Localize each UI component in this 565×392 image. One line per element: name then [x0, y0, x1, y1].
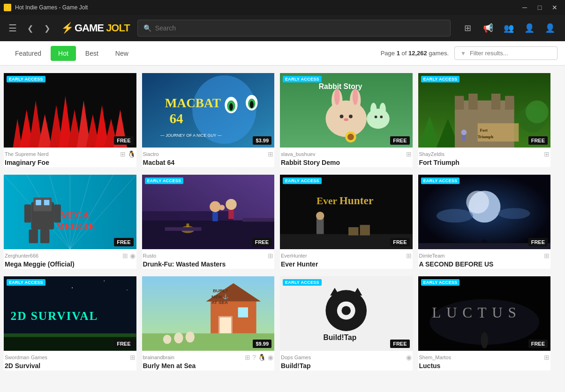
- speaker-icon-button[interactable]: 📢: [479, 19, 497, 37]
- game-title: Burly Men at Sea: [143, 362, 274, 370]
- price-badge: $3.99: [253, 136, 271, 145]
- svg-text:Hunter: Hunter: [339, 194, 374, 207]
- grid-icon-button[interactable]: ⊞: [458, 19, 477, 37]
- game-card-macbat-64[interactable]: MACBAT 64 — JOURNEY OF A NICE GUY — $3.9…: [142, 73, 275, 167]
- back-button[interactable]: ❮: [23, 21, 37, 36]
- game-card-drunk-fu[interactable]: Early Access FREE Rusto ⊞ Drunk-Fu: Wast…: [142, 175, 275, 269]
- svg-rect-90: [165, 227, 201, 231]
- game-title: Rabbit Story Demo: [281, 159, 412, 166]
- filter-input[interactable]: [470, 50, 551, 57]
- game-card-2d-survival[interactable]: 2D SURVIVAL Early Access FREE Swordman G…: [4, 276, 136, 370]
- game-card-buildtap[interactable]: Build!Tap Early Access FREE Dops Games ◉…: [280, 276, 413, 370]
- hamburger-menu-button[interactable]: ☰: [6, 20, 20, 37]
- svg-rect-75: [29, 229, 38, 243]
- svg-rect-74: [54, 204, 61, 222]
- html5-icon: ◉: [406, 354, 412, 361]
- windows-icon: ⊞: [544, 252, 550, 259]
- early-access-badge: Early Access: [421, 279, 460, 286]
- game-developer: The Supreme Nerd ⊞🐧: [5, 150, 136, 158]
- game-card-rabbit-story[interactable]: Rabbit Story Early: [280, 73, 413, 167]
- early-access-badge: Early Access: [7, 279, 45, 286]
- close-button[interactable]: ✕: [548, 2, 561, 13]
- svg-text:AT SEA: AT SEA: [211, 300, 228, 305]
- game-card-imaginary-foe[interactable]: Early Access FREE The Supreme Nerd ⊞🐧 Im…: [4, 73, 136, 167]
- early-access-badge: Early Access: [421, 76, 460, 82]
- forward-button[interactable]: ❯: [40, 21, 53, 36]
- svg-rect-96: [360, 225, 369, 235]
- early-access-badge: Early Access: [7, 76, 45, 82]
- tab-new[interactable]: New: [108, 46, 136, 61]
- windows-icon: ⊞: [406, 150, 412, 158]
- game-thumbnail-macbat-64: MACBAT 64 — JOURNEY OF A NICE GUY — $3.9…: [142, 73, 275, 148]
- game-title: Drunk-Fu: Wasted Masters: [143, 260, 274, 268]
- svg-rect-53: [505, 96, 514, 110]
- game-title: A SECOND BEFORE US: [419, 260, 550, 268]
- game-developer: brainandbrain ⊞?🐧◉: [143, 354, 274, 361]
- svg-rect-72: [44, 200, 50, 206]
- game-card-luctus[interactable]: LUCTUS Early Access FREE Shem_Martos ⊞ L…: [418, 276, 551, 370]
- game-card-burly-men-at-sea[interactable]: BURLY MEN ⚓ AT SEA $9.99 brainandbrain ⊞…: [142, 276, 275, 370]
- search-icon: 🔍: [143, 24, 151, 32]
- minimize-button[interactable]: ─: [518, 2, 531, 13]
- windows-icon: ⊞: [122, 252, 128, 259]
- search-input[interactable]: [155, 24, 444, 32]
- windows-icon: ⊞: [268, 150, 273, 158]
- svg-point-39: [370, 103, 377, 116]
- game-info: EverHunter ⊞ Ever Hunter: [280, 249, 413, 269]
- svg-text:— JOURNEY OF A NICE GUY —: — JOURNEY OF A NICE GUY —: [160, 133, 221, 138]
- developer-name: slava_bushuev: [281, 151, 315, 157]
- friends-icon-button[interactable]: 👥: [499, 19, 518, 37]
- notification-icon-button[interactable]: 👤: [541, 19, 559, 37]
- svg-point-59: [461, 130, 467, 135]
- maximize-button[interactable]: □: [533, 2, 546, 13]
- game-thumbnail-ever-hunter: Ever Hunter Early Access FREE: [280, 175, 413, 249]
- game-info: The Supreme Nerd ⊞🐧 Imaginary Foe: [4, 148, 136, 167]
- game-developer: ShayZeldis ⊞: [419, 150, 550, 158]
- svg-rect-73: [24, 204, 31, 222]
- price-badge: FREE: [390, 136, 409, 145]
- game-card-fort-triumph[interactable]: Fort Triumph Early Access FREE ShayZeldi…: [418, 73, 551, 167]
- game-info: Shem_Martos ⊞ Luctus: [418, 351, 551, 370]
- game-title: Fort Triumph: [419, 159, 550, 166]
- svg-text:MEN ⚓: MEN ⚓: [211, 294, 229, 300]
- filter-box[interactable]: ▼: [454, 46, 557, 60]
- svg-rect-52: [491, 94, 500, 110]
- game-grid: Early Access FREE The Supreme Nerd ⊞🐧 Im…: [0, 66, 558, 378]
- svg-point-33: [334, 89, 340, 105]
- developer-name: Zerghunter666: [5, 253, 38, 259]
- svg-point-34: [353, 89, 358, 105]
- price-badge: FREE: [390, 340, 409, 348]
- svg-point-112: [127, 289, 128, 290]
- search-bar[interactable]: 🔍: [137, 20, 451, 37]
- svg-point-103: [498, 208, 530, 219]
- window-controls[interactable]: ─ □ ✕: [518, 2, 561, 13]
- game-info: Dops Games ◉ Build!Tap: [280, 351, 413, 370]
- tab-featured[interactable]: Featured: [8, 46, 49, 61]
- linux-icon: 🐧: [258, 354, 266, 361]
- platform-icons: ⊞: [544, 252, 550, 259]
- html5-icon: ◉: [268, 354, 273, 361]
- logo-bolt-icon: ⚡: [61, 22, 74, 34]
- price-badge: FREE: [528, 340, 548, 348]
- price-badge: FREE: [114, 238, 133, 246]
- nav-bar: ☰ ❮ ❯ ⚡ GAME JOLT 🔍 ⊞ 📢 👥 👤 👤: [0, 15, 565, 41]
- platform-icons: ⊞: [268, 252, 273, 259]
- svg-rect-118: [211, 301, 256, 333]
- svg-point-126: [185, 332, 194, 342]
- developer-name: DimleTeam: [419, 253, 445, 259]
- game-card-second-before-us[interactable]: Early Access FREE DimleTeam ⊞ A SECOND B…: [418, 175, 551, 269]
- game-card-ever-hunter[interactable]: Ever Hunter Early Access FREE EverHunter…: [280, 175, 413, 269]
- game-title: Mega Meggie (Official): [5, 260, 136, 268]
- tab-hot[interactable]: Hot: [51, 46, 76, 61]
- svg-text:Fort: Fort: [480, 128, 488, 133]
- game-card-mega-meggie[interactable]: MEGA MEGGIE FREE Zerghunter666 ⊞◉ Mega M…: [4, 175, 136, 269]
- svg-rect-60: [462, 135, 466, 141]
- windows-icon: ⊞: [120, 150, 126, 158]
- price-badge: FREE: [114, 340, 133, 348]
- sub-nav: Featured Hot Best New Page 1 of 12,262 g…: [0, 41, 565, 66]
- svg-rect-85: [228, 210, 234, 219]
- avatar-button[interactable]: 👤: [520, 19, 539, 37]
- svg-point-82: [210, 201, 220, 212]
- tab-best[interactable]: Best: [78, 46, 106, 61]
- svg-point-86: [219, 205, 225, 210]
